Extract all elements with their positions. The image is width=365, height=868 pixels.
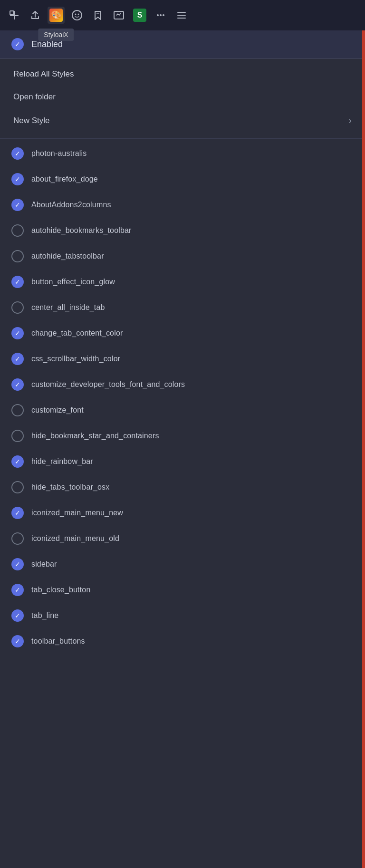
style-item-label: change_tab_content_color — [31, 329, 123, 338]
toolbar: 🎨 StyloaiX — [0, 0, 365, 30]
style-item[interactable]: ✓change_tab_content_color — [0, 320, 365, 346]
style-checkbox-checked[interactable]: ✓ — [11, 147, 24, 160]
style-item-label: toolbar_buttons — [31, 637, 85, 646]
style-item[interactable]: ✓about_firefox_doge — [0, 166, 365, 192]
style-item-label: iconized_main_menu_new — [31, 509, 123, 517]
checkmark-icon: ✓ — [15, 587, 20, 593]
style-item[interactable]: ✓tab_close_button — [0, 577, 365, 603]
checkmark-icon: ✓ — [15, 150, 20, 157]
open-folder-item[interactable]: Open folder — [0, 86, 365, 108]
style-checkbox-checked[interactable]: ✓ — [11, 378, 24, 391]
style-item[interactable]: autohide_tabstoolbar — [0, 243, 365, 269]
checkmark-icon: ✓ — [15, 279, 20, 285]
style-item[interactable]: center_all_inside_tab — [0, 295, 365, 320]
style-checkbox-checked[interactable]: ✓ — [11, 353, 24, 365]
more-icon[interactable] — [152, 7, 169, 24]
style-item[interactable]: ✓AboutAddons2columns — [0, 192, 365, 218]
svg-point-3 — [72, 10, 82, 20]
checkmark-icon: ✓ — [15, 638, 20, 645]
svg-point-5 — [78, 14, 79, 15]
menu-section: Reload All Styles Open folder New Style … — [0, 59, 365, 136]
style-item-label: customize_font — [31, 406, 84, 415]
new-style-chevron-icon: › — [348, 115, 352, 126]
style-item[interactable]: ✓tab_line — [0, 603, 365, 628]
style-item[interactable]: iconized_main_menu_old — [0, 526, 365, 551]
new-style-label: New Style — [13, 116, 50, 125]
style-item-label: customize_developer_tools_font_and_color… — [31, 380, 185, 389]
pwa-icon[interactable] — [110, 7, 127, 24]
style-item[interactable]: hide_bookmark_star_and_containers — [0, 423, 365, 449]
style-checkbox-empty[interactable] — [11, 481, 24, 493]
style-item-label: hide_tabs_toolbar_osx — [31, 483, 109, 492]
style-item[interactable]: ✓toolbar_buttons — [0, 628, 365, 654]
style-list: ✓photon-australis✓about_firefox_doge✓Abo… — [0, 141, 365, 654]
style-item-label: photon-australis — [31, 149, 86, 158]
svg-rect-2 — [10, 11, 14, 15]
style-item-label: AboutAddons2columns — [31, 201, 111, 209]
checkmark-icon: ✓ — [15, 561, 20, 568]
share-icon[interactable] — [27, 7, 44, 24]
style-checkbox-empty[interactable] — [11, 224, 24, 237]
style-item-label: about_firefox_doge — [31, 175, 98, 183]
style-checkbox-checked[interactable]: ✓ — [11, 173, 24, 185]
style-item-label: center_all_inside_tab — [31, 303, 105, 312]
hamburger-menu-icon[interactable] — [173, 7, 190, 24]
svg-point-4 — [75, 14, 77, 15]
checkmark-icon: ✓ — [15, 510, 20, 516]
style-checkbox-checked[interactable]: ✓ — [11, 635, 24, 647]
svg-point-10 — [163, 14, 164, 16]
s-extension-icon[interactable]: S — [131, 7, 148, 24]
style-checkbox-empty[interactable] — [11, 301, 24, 314]
style-checkbox-checked[interactable]: ✓ — [11, 327, 24, 339]
style-checkbox-checked[interactable]: ✓ — [11, 199, 24, 211]
style-item-label: sidebar — [31, 560, 57, 569]
checkmark-icon: ✓ — [15, 381, 20, 388]
checkmark-icon: ✓ — [15, 612, 20, 619]
style-checkbox-checked[interactable]: ✓ — [11, 584, 24, 596]
new-style-item[interactable]: New Style › — [0, 108, 365, 133]
reload-all-styles-label: Reload All Styles — [13, 69, 74, 79]
enabled-checkbox[interactable]: ✓ — [11, 38, 24, 50]
style-item-label: autohide_bookmarks_toolbar — [31, 226, 132, 235]
checkmark-icon: ✓ — [15, 330, 20, 337]
section-divider — [0, 138, 365, 139]
style-item[interactable]: ✓hide_rainbow_bar — [0, 449, 365, 474]
svg-point-9 — [160, 14, 162, 16]
reload-all-styles-item[interactable]: Reload All Styles — [0, 63, 365, 86]
style-item-label: button_effect_icon_glow — [31, 278, 115, 286]
style-item[interactable]: ✓css_scrollbar_width_color — [0, 346, 365, 372]
style-checkbox-empty[interactable] — [11, 404, 24, 416]
style-item-label: tab_line — [31, 611, 58, 620]
style-checkbox-empty[interactable] — [11, 532, 24, 545]
svg-point-8 — [157, 14, 159, 16]
style-item[interactable]: customize_font — [0, 397, 365, 423]
checkmark-icon: ✓ — [15, 458, 20, 465]
style-checkbox-empty[interactable] — [11, 250, 24, 262]
style-item-label: hide_rainbow_bar — [31, 457, 93, 466]
style-item-label: css_scrollbar_width_color — [31, 355, 120, 363]
style-checkbox-checked[interactable]: ✓ — [11, 609, 24, 622]
open-folder-label: Open folder — [13, 92, 56, 102]
style-checkbox-checked[interactable]: ✓ — [11, 276, 24, 288]
style-item-label: tab_close_button — [31, 586, 90, 594]
style-item[interactable]: ✓iconized_main_menu_new — [0, 500, 365, 526]
bookmark-icon[interactable] — [89, 7, 106, 24]
style-item[interactable]: ✓button_effect_icon_glow — [0, 269, 365, 295]
style-item[interactable]: hide_tabs_toolbar_osx — [0, 474, 365, 500]
enabled-label: Enabled — [31, 39, 63, 49]
style-item[interactable]: ✓photon-australis — [0, 141, 365, 166]
enabled-row[interactable]: ✓ Enabled — [0, 30, 365, 58]
checkmark-icon: ✓ — [15, 202, 20, 208]
emoji-icon[interactable] — [68, 7, 86, 24]
scrollbar-accent — [362, 0, 365, 868]
style-checkbox-checked[interactable]: ✓ — [11, 558, 24, 570]
style-item[interactable]: ✓sidebar — [0, 551, 365, 577]
style-item[interactable]: autohide_bookmarks_toolbar — [0, 218, 365, 243]
style-checkbox-empty[interactable] — [11, 430, 24, 442]
style-item[interactable]: ✓customize_developer_tools_font_and_colo… — [0, 372, 365, 397]
style-checkbox-checked[interactable]: ✓ — [11, 507, 24, 519]
style-checkbox-checked[interactable]: ✓ — [11, 455, 24, 468]
styloaix-icon[interactable]: 🎨 StyloaiX — [48, 7, 65, 24]
add-icon[interactable] — [6, 7, 23, 24]
style-item-label: autohide_tabstoolbar — [31, 252, 104, 260]
